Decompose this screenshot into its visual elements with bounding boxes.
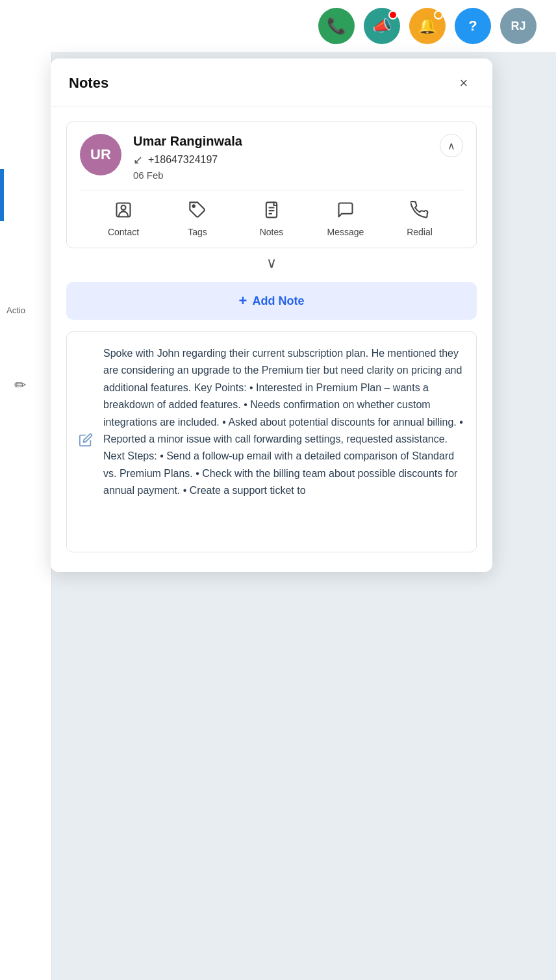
tab-notes[interactable]: Notes bbox=[234, 201, 309, 237]
contact-card: UR Umar Ranginwala ↙ +18647324197 06 Feb… bbox=[66, 122, 477, 248]
panel-title: Notes bbox=[69, 75, 108, 92]
contact-phone: +18647324197 bbox=[148, 154, 218, 166]
tab-contact[interactable]: Contact bbox=[86, 201, 160, 237]
redial-tab-icon bbox=[411, 201, 429, 222]
note-content: Spoke with John regarding their current … bbox=[103, 345, 463, 500]
tab-redial-label: Redial bbox=[407, 227, 433, 237]
action-tabs: Contact Tags Notes bbox=[80, 190, 463, 248]
help-icon: ? bbox=[468, 18, 477, 34]
edit-icon[interactable]: ✏ bbox=[14, 377, 26, 394]
tab-message[interactable]: Message bbox=[309, 201, 383, 237]
message-tab-icon bbox=[336, 201, 355, 222]
note-edit-icon[interactable] bbox=[79, 433, 93, 451]
megaphone-icon: 📣 bbox=[372, 17, 392, 35]
tags-tab-icon bbox=[188, 201, 207, 222]
top-bar: 📞 📣 🔔 ? RJ bbox=[0, 0, 556, 52]
svg-rect-3 bbox=[266, 202, 277, 217]
contact-details: Umar Ranginwala ↙ +18647324197 06 Feb bbox=[133, 134, 440, 181]
tab-contact-label: Contact bbox=[108, 227, 139, 237]
avatar-initials: RJ bbox=[511, 19, 525, 33]
megaphone-badge bbox=[388, 10, 398, 19]
contact-info-row: UR Umar Ranginwala ↙ +18647324197 06 Feb… bbox=[80, 134, 463, 181]
incoming-call-icon: ↙ bbox=[133, 153, 143, 167]
plus-icon: + bbox=[239, 294, 247, 308]
collapse-button[interactable]: ∧ bbox=[440, 134, 463, 157]
svg-point-2 bbox=[192, 205, 195, 207]
add-note-button[interactable]: + Add Note bbox=[66, 282, 477, 320]
sidebar-action-label: Actio bbox=[6, 305, 25, 315]
tab-message-label: Message bbox=[327, 227, 364, 237]
collapse-icon: ∧ bbox=[448, 140, 455, 152]
chevron-down-icon[interactable]: ∨ bbox=[266, 255, 277, 272]
tab-notes-label: Notes bbox=[260, 227, 284, 237]
svg-point-1 bbox=[121, 205, 126, 210]
notes-panel: Notes × UR Umar Ranginwala ↙ +1864732419… bbox=[51, 58, 492, 572]
tab-tags[interactable]: Tags bbox=[160, 201, 234, 237]
contact-tab-icon bbox=[114, 201, 133, 222]
add-note-label: Add Note bbox=[252, 294, 304, 308]
chevron-row: ∨ bbox=[51, 248, 492, 276]
phone-button[interactable]: 📞 bbox=[318, 8, 355, 44]
contact-phone-row: ↙ +18647324197 bbox=[133, 153, 440, 167]
megaphone-button[interactable]: 📣 bbox=[364, 8, 400, 44]
contact-avatar: UR bbox=[80, 134, 121, 175]
bell-badge bbox=[434, 10, 443, 19]
contact-name: Umar Ranginwala bbox=[133, 134, 440, 149]
notes-tab-icon bbox=[262, 201, 281, 222]
panel-header: Notes × bbox=[51, 58, 492, 107]
phone-icon: 📞 bbox=[327, 17, 346, 35]
tab-tags-label: Tags bbox=[188, 227, 207, 237]
bell-button[interactable]: 🔔 bbox=[409, 8, 446, 44]
help-button[interactable]: ? bbox=[455, 8, 491, 44]
note-card: Spoke with John regarding their current … bbox=[66, 331, 477, 552]
bell-icon: 🔔 bbox=[418, 17, 437, 35]
sidebar-active-indicator bbox=[0, 169, 4, 221]
close-button[interactable]: × bbox=[453, 73, 474, 94]
avatar-button[interactable]: RJ bbox=[500, 8, 537, 44]
left-sidebar: Actio ✏ bbox=[0, 52, 52, 980]
contact-date: 06 Feb bbox=[133, 170, 440, 181]
tab-redial[interactable]: Redial bbox=[383, 201, 457, 237]
